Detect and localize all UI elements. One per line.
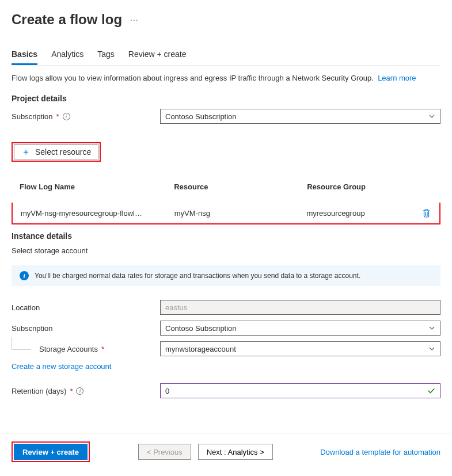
tab-analytics[interactable]: Analytics: [51, 45, 83, 65]
page-title: Create a flow log: [12, 12, 122, 28]
storage-account-label-text: Storage Accounts: [39, 345, 98, 353]
subscription-row: Subscription * i Contoso Subscription: [12, 109, 440, 124]
highlight-box: ＋ Select resource: [12, 142, 101, 162]
more-icon[interactable]: ···: [130, 15, 139, 24]
cell-resource: myVM-nsg: [166, 203, 299, 223]
required-indicator: *: [70, 387, 73, 395]
location-label: Location: [12, 303, 160, 312]
storage-account-row: Storage Accounts * mynwstorageaccount: [12, 341, 440, 356]
tabs-bar: Basics Analytics Tags Review + create: [12, 45, 440, 66]
storage-account-select[interactable]: mynwstorageaccount: [160, 341, 440, 356]
tab-review-create[interactable]: Review + create: [128, 45, 187, 65]
chevron-down-icon: [428, 325, 435, 332]
plus-icon: ＋: [21, 147, 31, 157]
description-text: Flow logs allow you to view information …: [12, 74, 374, 82]
select-resource-wrap: ＋ Select resource: [12, 142, 440, 162]
location-value: eastus: [165, 303, 187, 312]
resource-table-body: myVM-nsg-myresourcegroup-flowl… myVM-nsg…: [13, 203, 439, 223]
footer-bar: Review + create < Previous Next : Analyt…: [0, 433, 452, 470]
chevron-down-icon: [428, 113, 435, 120]
download-template-link[interactable]: Download a template for automation: [320, 448, 440, 456]
col-resource: Resource: [166, 179, 299, 195]
retention-control: 0: [160, 383, 440, 398]
retention-label-text: Retention (days): [12, 387, 66, 395]
instance-details-heading: Instance details: [12, 231, 440, 241]
chevron-down-icon: [428, 345, 435, 352]
subscription-value: Contoso Subscription: [165, 112, 237, 121]
retention-row: Retention (days) * i 0: [12, 383, 440, 398]
next-button[interactable]: Next : Analytics >: [198, 444, 273, 460]
resource-table-head: Flow Log Name Resource Resource Group: [12, 179, 440, 195]
storage-account-control: mynwstorageaccount: [160, 341, 440, 356]
required-indicator: *: [101, 345, 104, 353]
retention-label: Retention (days) * i: [12, 387, 160, 395]
required-indicator: *: [56, 112, 59, 121]
location-control: eastus: [160, 300, 440, 315]
select-resource-button[interactable]: ＋ Select resource: [14, 144, 98, 159]
col-resource-group: Resource Group: [299, 179, 415, 195]
resource-table-body-wrap: myVM-nsg-myresourcegroup-flowl… myVM-nsg…: [12, 203, 440, 224]
info-banner: i You'll be charged normal data rates fo…: [12, 265, 440, 286]
storage-account-value: mynwstorageaccount: [165, 345, 236, 353]
location-label-text: Location: [12, 303, 40, 312]
table-row: myVM-nsg-myresourcegroup-flowl… myVM-nsg…: [13, 203, 439, 223]
cell-resource-group: myresourcegroup: [298, 203, 413, 223]
select-resource-label: Select resource: [35, 147, 91, 157]
storage-subscription-select[interactable]: Contoso Subscription: [160, 321, 440, 336]
info-icon[interactable]: i: [76, 387, 83, 395]
resource-table: Flow Log Name Resource Resource Group: [12, 179, 440, 195]
resource-table-header: Flow Log Name Resource Resource Group my…: [12, 169, 440, 224]
subscription-label-text: Subscription: [12, 112, 53, 121]
retention-input[interactable]: 0: [160, 383, 440, 398]
location-row: Location eastus: [12, 300, 440, 315]
storage-subscription-label: Subscription: [12, 324, 160, 333]
info-banner-text: You'll be charged normal data rates for …: [35, 272, 360, 280]
check-icon: [427, 387, 435, 395]
col-flowlog-name: Flow Log Name: [12, 179, 166, 195]
storage-subscription-label-text: Subscription: [12, 324, 53, 333]
previous-button: < Previous: [138, 444, 191, 460]
title-row: Create a flow log ···: [12, 12, 440, 28]
learn-more-link[interactable]: Learn more: [378, 74, 416, 82]
page-root: Create a flow log ··· Basics Analytics T…: [0, 0, 452, 398]
highlight-box: Review + create: [12, 441, 90, 462]
review-create-button[interactable]: Review + create: [14, 444, 88, 460]
create-storage-link[interactable]: Create a new storage account: [12, 362, 111, 371]
tab-tags[interactable]: Tags: [97, 45, 115, 65]
cell-flowlog-name: myVM-nsg-myresourcegroup-flowl…: [13, 203, 166, 223]
info-icon[interactable]: i: [63, 113, 70, 120]
subscription-label: Subscription * i: [12, 112, 160, 121]
description-row: Flow logs allow you to view information …: [12, 74, 440, 82]
tab-basics[interactable]: Basics: [12, 45, 37, 65]
storage-subscription-control: Contoso Subscription: [160, 321, 440, 336]
subscription-control: Contoso Subscription: [160, 109, 440, 124]
select-storage-subhead: Select storage account: [12, 246, 440, 255]
info-banner-icon: i: [20, 271, 29, 280]
storage-subscription-value: Contoso Subscription: [165, 324, 237, 333]
storage-subscription-row: Subscription Contoso Subscription: [12, 321, 440, 336]
retention-value: 0: [165, 387, 169, 395]
storage-account-label: Storage Accounts *: [12, 345, 160, 353]
project-details-heading: Project details: [12, 94, 440, 103]
subscription-select[interactable]: Contoso Subscription: [160, 109, 440, 124]
location-field: eastus: [160, 300, 440, 315]
delete-icon[interactable]: [422, 208, 431, 218]
tree-indent-icon: [12, 337, 31, 350]
